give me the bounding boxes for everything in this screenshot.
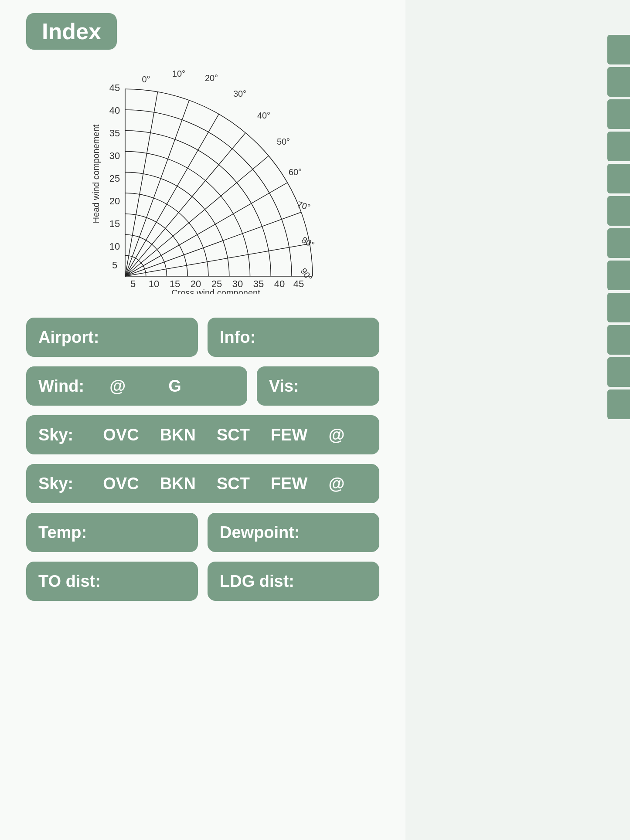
temp-dew-row: Temp: Dewpoint: — [26, 513, 379, 552]
dist-row: TO dist: LDG dist: — [26, 562, 379, 601]
sky1-ovc: OVC — [103, 426, 139, 444]
sky2-sct: SCT — [217, 474, 250, 493]
svg-text:45: 45 — [293, 278, 304, 289]
ldg-dist-label: LDG dist: — [220, 572, 294, 591]
sky2-ovc: OVC — [103, 474, 139, 493]
ldg-dist-field[interactable]: LDG dist: — [208, 562, 379, 601]
sky1-field[interactable]: Sky: OVC BKN SCT FEW @ — [26, 415, 379, 454]
svg-text:30: 30 — [109, 150, 120, 161]
svg-text:10: 10 — [149, 278, 159, 289]
svg-text:10: 10 — [109, 241, 120, 252]
svg-text:20: 20 — [109, 196, 120, 207]
sidebar-tab-8[interactable] — [607, 261, 630, 290]
sidebar-tab-1[interactable] — [607, 35, 630, 64]
sidebar-tab-9[interactable] — [607, 293, 630, 322]
svg-text:25: 25 — [109, 173, 120, 184]
temp-label: Temp: — [38, 523, 87, 542]
svg-text:45: 45 — [109, 82, 120, 93]
sidebar-tab-2[interactable] — [607, 67, 630, 97]
wind-label: Wind: — [38, 377, 84, 396]
svg-text:80°: 80° — [300, 235, 316, 250]
svg-text:40°: 40° — [257, 111, 270, 120]
svg-text:Cross wind component: Cross wind component — [171, 288, 260, 294]
svg-text:5: 5 — [130, 278, 136, 289]
svg-text:5: 5 — [112, 260, 117, 271]
dewpoint-field[interactable]: Dewpoint: — [208, 513, 379, 552]
svg-text:50°: 50° — [277, 137, 290, 146]
wind-at: @ — [109, 377, 126, 396]
sidebar-tab-4[interactable] — [607, 132, 630, 161]
sky1-bkn: BKN — [160, 426, 196, 444]
sky2-row: Sky: OVC BKN SCT FEW @ — [26, 464, 379, 503]
index-button[interactable]: Index — [26, 13, 117, 50]
sidebar-tab-6[interactable] — [607, 196, 630, 226]
sky2-field[interactable]: Sky: OVC BKN SCT FEW @ — [26, 464, 379, 503]
sidebar-tab-10[interactable] — [607, 325, 630, 355]
svg-text:Head wind componement: Head wind componement — [91, 124, 101, 223]
info-label: Info: — [220, 328, 255, 347]
sky2-at: @ — [328, 474, 344, 493]
svg-text:40: 40 — [274, 278, 285, 289]
vis-label: Vis: — [269, 377, 299, 396]
sky1-at: @ — [328, 426, 344, 444]
sidebar-tab-7[interactable] — [607, 228, 630, 258]
sky2-bkn: BKN — [160, 474, 196, 493]
sidebar-tab-3[interactable] — [607, 99, 630, 129]
fields-container: Airport: Info: Wind: @ G Vis: Sky: OVC B… — [26, 318, 379, 601]
wind-chart-svg: 45 40 35 30 25 20 15 10 5 5 10 15 20 25 … — [89, 67, 316, 294]
wind-g: G — [168, 377, 181, 396]
temp-field[interactable]: Temp: — [26, 513, 198, 552]
svg-text:30°: 30° — [233, 89, 246, 98]
sidebar-tab-5[interactable] — [607, 164, 630, 193]
wind-chart-container: 45 40 35 30 25 20 15 10 5 5 10 15 20 25 … — [26, 67, 379, 294]
svg-text:35: 35 — [109, 128, 120, 139]
info-field[interactable]: Info: — [208, 318, 379, 357]
sidebar-tab-11[interactable] — [607, 357, 630, 387]
vis-field[interactable]: Vis: — [257, 366, 379, 406]
svg-text:10°: 10° — [172, 69, 185, 78]
to-dist-field[interactable]: TO dist: — [26, 562, 198, 601]
svg-text:40: 40 — [109, 105, 120, 116]
sidebar-tab-12[interactable] — [607, 390, 630, 419]
wind-chart-wrap: 45 40 35 30 25 20 15 10 5 5 10 15 20 25 … — [89, 67, 316, 294]
svg-text:0°: 0° — [142, 75, 150, 84]
svg-text:20°: 20° — [205, 73, 218, 83]
airport-label: Airport: — [38, 328, 99, 347]
sky1-row: Sky: OVC BKN SCT FEW @ — [26, 415, 379, 454]
main-page: Index 45 40 35 30 25 20 15 10 5 5 10 15 … — [0, 0, 405, 840]
sky2-few: FEW — [271, 474, 307, 493]
sky2-label: Sky: — [38, 474, 73, 493]
dewpoint-label: Dewpoint: — [220, 523, 300, 542]
airport-info-row: Airport: Info: — [26, 318, 379, 357]
wind-vis-row: Wind: @ G Vis: — [26, 366, 379, 406]
wind-field[interactable]: Wind: @ G — [26, 366, 247, 406]
svg-text:15: 15 — [109, 218, 120, 229]
sky1-label: Sky: — [38, 426, 73, 444]
to-dist-label: TO dist: — [38, 572, 101, 591]
sky1-sct: SCT — [217, 426, 250, 444]
sidebar — [607, 0, 630, 840]
airport-field[interactable]: Airport: — [26, 318, 198, 357]
sky1-few: FEW — [271, 426, 307, 444]
svg-text:60°: 60° — [289, 167, 302, 177]
